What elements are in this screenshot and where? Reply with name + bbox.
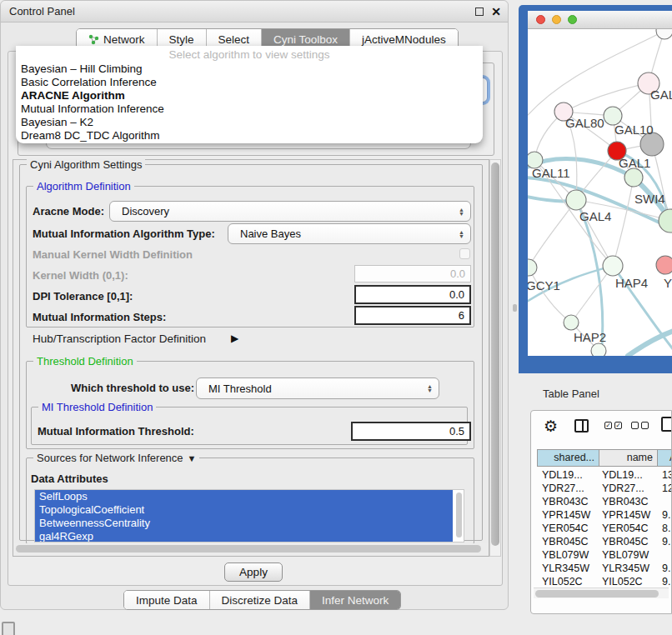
cell[interactable]: 12 [662, 482, 672, 496]
cell[interactable]: YER054C [602, 522, 649, 536]
cell[interactable]: YBR045C [542, 535, 589, 549]
tab-cyni-toolbox-label: Cyni Toolbox [273, 33, 338, 46]
node-hap4[interactable] [603, 256, 623, 276]
cell[interactable]: YPR145W [602, 508, 650, 522]
node-label: GAL [650, 88, 672, 102]
node[interactable] [659, 209, 672, 232]
apply-button[interactable]: Apply [224, 562, 283, 582]
threshold-definition-title: Threshold Definition [33, 355, 137, 368]
which-threshold-combobox[interactable]: MI Threshold ▲▼ [196, 378, 439, 399]
dropdown-item[interactable]: Bayesian – Hill Climbing [16, 62, 483, 76]
manual-kernel-checkbox[interactable] [459, 248, 470, 259]
cell[interactable]: YPR145W [542, 508, 590, 522]
control-panel-titlebar: Control Panel ✕ [1, 1, 508, 22]
node-salmon[interactable] [656, 256, 672, 274]
mi-threshold-label: Mutual Information Threshold: [38, 425, 194, 438]
dpi-tolerance-input[interactable]: 0.0 [354, 285, 471, 304]
columns-icon[interactable] [574, 419, 589, 432]
cell[interactable]: YDL19... [602, 468, 643, 482]
dropdown-placeholder: Select algorithm to view settings [16, 46, 483, 62]
cell[interactable]: YBR043C [542, 495, 589, 509]
network-graph: GAL GAL80 GAL10 GAL1 GAL11 SWI4 GAL4 GCY… [528, 29, 672, 356]
algorithm-dropdown-popup: Select algorithm to view settings Bayesi… [16, 46, 483, 143]
list-item[interactable]: SelfLoops [35, 490, 453, 503]
cell[interactable]: YBL079W [542, 548, 589, 562]
dropdown-item[interactable]: Mutual Information Inference [16, 102, 483, 116]
list-item[interactable]: gal4RGexp [35, 530, 453, 542]
node-label: Y [664, 276, 672, 290]
cell[interactable]: YDR27... [602, 482, 644, 496]
close-icon[interactable]: ✕ [491, 4, 501, 19]
cell[interactable]: 9. [662, 535, 670, 549]
mi-steps-input[interactable]: 6 [354, 306, 471, 325]
column-header-shared-name[interactable]: shared... [537, 449, 599, 467]
cell[interactable]: YBL079W [602, 548, 649, 562]
new-table-icon[interactable] [661, 417, 672, 432]
node-label: HAP2 [574, 330, 606, 344]
collapsed-panel-icon[interactable] [2, 622, 15, 635]
tab-style-label: Style [169, 33, 194, 46]
list-scrollbar-thumb[interactable] [456, 492, 462, 538]
gear-icon[interactable]: ⚙ [544, 418, 558, 434]
split-pane-handle[interactable] [513, 304, 517, 312]
node[interactable] [656, 29, 672, 39]
cell[interactable]: YDR27... [542, 482, 584, 496]
table-scrollbar-thumb[interactable] [535, 590, 659, 598]
dpi-tolerance-label: DPI Tolerance [0,1]: [33, 290, 133, 302]
node-label: SWI4 [634, 192, 665, 206]
aracne-mode-combobox[interactable]: Discovery ▲▼ [109, 201, 471, 222]
dropdown-item[interactable]: Basic Correlation Inference [16, 76, 483, 89]
node-gcy1[interactable] [528, 259, 537, 276]
horizontal-scrollbar-thumb[interactable] [16, 545, 481, 552]
tab-network-label: Network [103, 33, 145, 46]
control-panel-window: Control Panel ✕ Network Style Select Cyn… [0, 0, 509, 610]
network-canvas[interactable]: GAL GAL80 GAL10 GAL1 GAL11 SWI4 GAL4 GCY… [528, 29, 672, 356]
horizontal-scrollbar[interactable] [13, 543, 489, 555]
node-hap2[interactable] [564, 315, 579, 330]
cell[interactable]: 9. [662, 508, 670, 522]
node[interactable] [591, 343, 606, 356]
dropdown-item[interactable]: Bayesian – K2 [16, 116, 483, 129]
cell[interactable]: YLR345W [602, 562, 649, 576]
column-header-cut[interactable]: A [657, 449, 672, 467]
column-header-name[interactable]: name [599, 449, 658, 467]
mi-threshold-title: MI Threshold Definition [38, 401, 156, 413]
dropdown-item-selected[interactable]: ARACNE Algorithm [16, 89, 483, 102]
cell[interactable]: YLR345W [542, 562, 589, 576]
node-gal4[interactable] [566, 190, 586, 210]
deselect-all-checkboxes-icon[interactable] [631, 422, 649, 429]
table-panel-title: Table Panel [543, 388, 599, 400]
select-all-checkboxes-icon[interactable]: ✓✓ [604, 422, 622, 429]
list-item[interactable]: BetweennessCentrality [35, 517, 453, 530]
vertical-scrollbar-thumb[interactable] [491, 162, 499, 546]
node-label: HAP4 [615, 276, 648, 290]
cell[interactable]: YDL19... [542, 468, 583, 482]
node[interactable] [624, 168, 643, 187]
tab-discretize-data[interactable]: Discretize Data [210, 591, 311, 609]
cell[interactable]: 9. [662, 562, 670, 576]
expand-right-icon[interactable]: ▶ [231, 332, 238, 344]
float-window-icon[interactable] [475, 8, 484, 16]
minimize-traffic-light-icon[interactable] [552, 15, 561, 24]
dropdown-item[interactable]: Dream8 DC_TDC Algorithm [16, 129, 483, 142]
mi-type-combobox[interactable]: Naive Bayes ▲▼ [228, 223, 471, 244]
cell[interactable]: YBR043C [602, 495, 649, 509]
close-traffic-light-icon[interactable] [536, 15, 545, 24]
table-horizontal-scrollbar[interactable] [534, 588, 669, 598]
list-vertical-scrollbar[interactable] [455, 492, 463, 540]
collapse-down-icon[interactable]: ▼ [188, 453, 197, 463]
cell[interactable]: 13 [662, 468, 672, 482]
mi-steps-label: Mutual Information Steps: [33, 311, 166, 323]
zoom-traffic-light-icon[interactable] [568, 15, 577, 24]
tab-impute-data[interactable]: Impute Data [124, 591, 210, 609]
cell[interactable]: 8. [662, 522, 670, 536]
kernel-width-input[interactable]: 0.0 [354, 265, 471, 282]
list-item[interactable]: TopologicalCoefficient [35, 503, 453, 517]
data-attributes-label: Data Attributes [31, 472, 108, 485]
mi-threshold-input[interactable]: 0.5 [351, 422, 471, 441]
node-label: GCY1 [528, 278, 560, 292]
cell[interactable]: YER054C [542, 522, 589, 536]
vertical-scrollbar[interactable] [489, 159, 501, 557]
cell[interactable]: YBR045C [602, 535, 649, 549]
tab-infer-network[interactable]: Infer Network [310, 591, 400, 609]
